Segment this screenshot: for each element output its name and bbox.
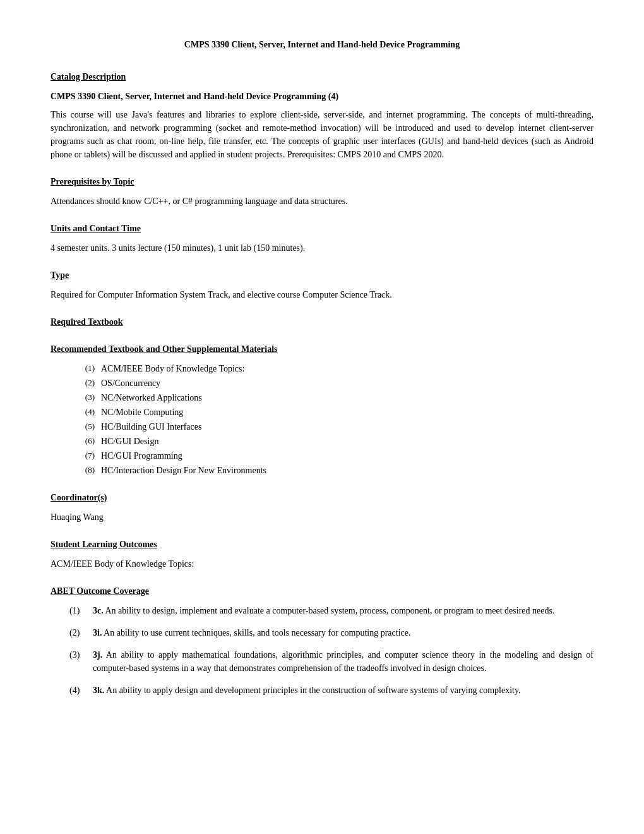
abet-num: (1)	[69, 604, 85, 617]
required-textbook-heading: Required Textbook	[51, 315, 593, 329]
recommended-textbook-section: Recommended Textbook and Other Supplemen…	[51, 342, 593, 477]
prerequisites-heading: Prerequisites by Topic	[51, 175, 593, 188]
list-text: HC/Interaction Design For New Environmen…	[101, 464, 266, 477]
catalog-description-section: Catalog Description CMPS 3390 Client, Se…	[51, 70, 593, 161]
student-learning-body: ACM/IEEE Body of Knowledge Topics:	[51, 557, 593, 571]
list-text: ACM/IEEE Body of Knowledge Topics:	[101, 362, 244, 375]
catalog-description-course-title: CMPS 3390 Client, Server, Internet and H…	[51, 90, 593, 103]
student-learning-heading: Student Learning Outcomes	[51, 538, 593, 551]
list-num: (3)	[76, 391, 95, 404]
list-num: (2)	[76, 377, 95, 390]
list-item: (3)NC/Networked Applications	[76, 391, 593, 404]
list-item: (1)ACM/IEEE Body of Knowledge Topics:	[76, 362, 593, 375]
list-num: (5)	[76, 420, 95, 433]
catalog-description-heading: Catalog Description	[51, 70, 593, 83]
list-item: (7)HC/GUI Programming	[76, 449, 593, 462]
student-learning-section: Student Learning Outcomes ACM/IEEE Body …	[51, 538, 593, 571]
list-text: NC/Networked Applications	[101, 391, 202, 404]
abet-item: (3)3j. An ability to apply mathematical …	[69, 648, 593, 675]
list-item: (4)NC/Mobile Computing	[76, 406, 593, 419]
coordinator-name: Huaqing Wang	[51, 511, 593, 524]
type-section: Type Required for Computer Information S…	[51, 269, 593, 301]
coordinator-section: Coordinator(s) Huaqing Wang	[51, 491, 593, 524]
list-item: (6)HC/GUI Design	[76, 435, 593, 448]
list-item: (8)HC/Interaction Design For New Environ…	[76, 464, 593, 477]
abet-heading: ABET Outcome Coverage	[51, 584, 593, 598]
list-item: (5)HC/Building GUI Interfaces	[76, 420, 593, 433]
units-body: 4 semester units. 3 units lecture (150 m…	[51, 241, 593, 255]
abet-num: (2)	[69, 626, 85, 639]
units-section: Units and Contact Time 4 semester units.…	[51, 222, 593, 255]
abet-item: (2)3i. An ability to use current techniq…	[69, 626, 593, 639]
recommended-textbook-heading: Recommended Textbook and Other Supplemen…	[51, 342, 593, 356]
abet-num: (4)	[69, 684, 85, 697]
abet-text: 3j. An ability to apply mathematical fou…	[93, 648, 593, 675]
type-heading: Type	[51, 269, 593, 282]
list-text: HC/GUI Design	[101, 435, 158, 448]
catalog-description-body: This course will use Java's features and…	[51, 108, 593, 161]
prerequisites-body: Attendances should know C/C++, or C# pro…	[51, 195, 593, 208]
list-item: (2)OS/Concurrency	[76, 377, 593, 390]
required-textbook-section: Required Textbook	[51, 315, 593, 329]
list-text: HC/Building GUI Interfaces	[101, 420, 201, 433]
list-num: (7)	[76, 449, 95, 462]
abet-text: 3k. An ability to apply design and devel…	[93, 684, 521, 697]
page-title: CMPS 3390 Client, Server, Internet and H…	[51, 38, 593, 51]
abet-section: ABET Outcome Coverage (1)3c. An ability …	[51, 584, 593, 697]
list-num: (6)	[76, 435, 95, 448]
abet-num: (3)	[69, 648, 85, 662]
list-text: HC/GUI Programming	[101, 449, 182, 462]
abet-item: (4)3k. An ability to apply design and de…	[69, 684, 593, 697]
units-heading: Units and Contact Time	[51, 222, 593, 235]
list-num: (8)	[76, 464, 95, 477]
recommended-textbook-list: (1)ACM/IEEE Body of Knowledge Topics:(2)…	[76, 362, 593, 477]
prerequisites-section: Prerequisites by Topic Attendances shoul…	[51, 175, 593, 208]
list-num: (1)	[76, 362, 95, 375]
list-num: (4)	[76, 406, 95, 419]
coordinator-heading: Coordinator(s)	[51, 491, 593, 504]
abet-text: 3i. An ability to use current techniques…	[93, 626, 411, 639]
list-text: OS/Concurrency	[101, 377, 160, 390]
list-text: NC/Mobile Computing	[101, 406, 183, 419]
abet-list: (1)3c. An ability to design, implement a…	[69, 604, 593, 697]
type-body: Required for Computer Information System…	[51, 288, 593, 301]
abet-text: 3c. An ability to design, implement and …	[93, 604, 554, 617]
abet-item: (1)3c. An ability to design, implement a…	[69, 604, 593, 617]
